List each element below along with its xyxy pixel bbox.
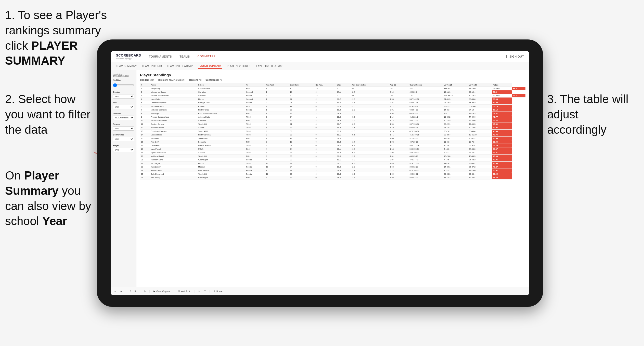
undo-button[interactable]: ↩ — [114, 290, 117, 293]
col-school: School — [197, 83, 245, 87]
table-row[interactable]: 10Jacob Skov OlesenArkansasFifth325268.4… — [140, 119, 525, 122]
sign-out-button[interactable]: Sign out — [509, 54, 524, 59]
table-row[interactable]: 7Nicholas GabrelcikNorth FloridaFourth12… — [140, 108, 525, 112]
grid-button[interactable]: ☷ — [204, 290, 206, 293]
standings-table: # Player School Yr Reg Rank Conf Rank No… — [140, 83, 525, 179]
sub-nav-team-h2h-heatmap[interactable]: TEAM H2H HEATMAP — [167, 64, 193, 68]
table-row[interactable]: 3Michael ThorbjornsenStanfordFourth22142… — [140, 94, 525, 98]
no-rds-slider[interactable] — [113, 83, 134, 87]
region-select[interactable]: N/A — [113, 126, 134, 131]
bottom-toolbar: ↩ ↪ | ⎙ ⎘ | ◴ | ▶ View: Original | 👁 Wat… — [111, 287, 529, 295]
sub-nav-player-summary[interactable]: PLAYER SUMMARY — [198, 63, 222, 69]
year-label: Year — [113, 102, 134, 104]
view-original-button[interactable]: ▶ View: Original — [153, 290, 170, 293]
table-row[interactable]: 20Matthew RiedelVanderbiltFifth665068.5-… — [140, 155, 525, 158]
col-conf-rank: Conf Rank — [289, 83, 314, 87]
instruction-step1: 1. To see a Player's rankings summary cl… — [5, 8, 112, 68]
table-row[interactable]: 4Luke ClatonFloridaSecond127268.2-1.61.9… — [140, 98, 525, 101]
table-row[interactable]: 15Jake HallTennesseeFifth718068.5-1.51.6… — [140, 137, 525, 140]
watch-button[interactable]: 👁 Watch ▼ — [178, 290, 190, 293]
standings-tbody: 1Wenyi DingArizona StateFirst1115167.1-3… — [140, 87, 525, 179]
logo-sub: Powered by clipp — [116, 58, 141, 60]
no-rds-label: No Rds. — [113, 79, 134, 81]
gender-section: Gender Men — [113, 91, 134, 99]
watch-label: Watch — [181, 290, 187, 293]
conference-label: Conference — [113, 134, 134, 136]
table-row[interactable]: 22Ian GilliganFloridaThird1024168.7-0.81… — [140, 162, 525, 165]
table-row[interactable]: 8Mats EgeEast Tennessee StateFifth124268… — [140, 112, 525, 115]
logo: SCOREBOARD Powered by clipp — [116, 53, 141, 60]
col-adj-score: Adj. Score to Par — [351, 83, 389, 87]
table-row[interactable]: 16Alex GoffKentuckyFifth919068.3-1.71.92… — [140, 140, 525, 144]
region-filter: Region: All — [189, 79, 202, 81]
nav-item-tournaments[interactable]: TOURNAMENTS — [149, 54, 172, 59]
division-select[interactable]: NCAA Division I — [113, 116, 134, 120]
table-header: # Player School Yr Reg Rank Conf Rank No… — [140, 83, 525, 87]
division-section: Division NCAA Division I — [113, 112, 134, 120]
sidebar: Update time: 27/03/2024 16:56:26 No Rds.… — [111, 70, 136, 287]
table-row[interactable]: 5Christo LamprechtGeorgia TechFourth2212… — [140, 101, 525, 105]
share-button[interactable]: ⇪ Share — [214, 290, 223, 293]
view-original-label: View: Original — [156, 290, 170, 293]
sub-nav-player-h2h-grid[interactable]: PLAYER H2H GRID — [227, 64, 250, 68]
tablet-screen: SCOREBOARD Powered by clipp TOURNAMENTS … — [111, 51, 529, 295]
table-row[interactable]: 21Taehoon SongWashingtonFourth423169.1-1… — [140, 158, 525, 162]
standings-title: Player Standings — [140, 73, 525, 77]
player-select[interactable]: (All) — [113, 148, 134, 152]
col-wins: Wins — [336, 83, 351, 87]
table-row[interactable]: 9Preston SummerhaysArizona StateThird324… — [140, 115, 525, 119]
table-row[interactable]: 11Gordon SargentVanderbiltThird421068.7-… — [140, 122, 525, 126]
nav-item-committee[interactable]: COMMITTEE — [198, 54, 216, 59]
division-filter: Division: NCAA Division I — [158, 79, 185, 81]
conference-section: Conference (All) — [113, 134, 134, 141]
sub-nav-team-h2h-grid[interactable]: TEAM H2H GRID — [142, 64, 162, 68]
tablet-device: SCOREBOARD Powered by clipp TOURNAMENTS … — [97, 39, 543, 307]
nav-item-teams[interactable]: TEAMS — [179, 54, 190, 59]
col-points: Points — [492, 83, 512, 87]
year-select[interactable]: (All) — [113, 105, 134, 109]
nav-separator: | — [506, 55, 507, 58]
conference-filter: Conference: All — [205, 79, 223, 81]
table-row[interactable]: 24Bastien AmatNew MexicoFourth127269.4-1… — [140, 169, 525, 172]
player-label: Player — [113, 144, 134, 147]
clock-button[interactable]: ◴ — [144, 290, 146, 293]
paste-button[interactable]: ⎘ — [135, 290, 136, 293]
table-row[interactable]: 23Jack LundinMissouriFourth1124068.6-2.3… — [140, 165, 525, 169]
col-overall-record: Overall Record — [408, 83, 443, 87]
copy-button[interactable]: ⎙ — [130, 290, 131, 293]
sub-nav-team-summary[interactable]: TEAM SUMMARY — [116, 64, 137, 68]
table-row[interactable]: 13Phachara KhachonTexas A&MThird630169.0… — [140, 130, 525, 133]
logo-text: SCOREBOARD — [116, 53, 141, 57]
table-row[interactable]: 19Tiger ChristensenArizonaThird523269.2-… — [140, 151, 525, 155]
table-row[interactable]: 18Luke PowellUCLAFirst424069.1-1.81.1350… — [140, 147, 525, 151]
col-no-rds: No. Rds. — [314, 83, 336, 87]
gender-label: Gender — [113, 91, 134, 93]
table-row[interactable]: 26Petr HrubyWashingtonFifth725068.6-1.81… — [140, 176, 525, 179]
gender-select[interactable]: Men — [113, 94, 134, 99]
sub-nav-player-h2h-heatmap[interactable]: PLAYER H2H HEATMAP — [255, 64, 283, 68]
table-row[interactable]: 2Michael Le SassoOle MissSecond118067.1-… — [140, 90, 525, 94]
col-avg-sg: Avg SG — [389, 83, 408, 87]
update-time: Update time: 27/03/2024 16:56:26 — [113, 73, 134, 77]
sub-navigation: TEAM SUMMARY TEAM H2H GRID TEAM H2H HEAT… — [111, 62, 529, 70]
conference-select[interactable]: (All) — [113, 137, 134, 141]
table-row[interactable]: 17David FordNorth CarolinaThird269069.0-… — [140, 144, 525, 147]
region-section: Region N/A — [113, 123, 134, 131]
no-rds-section: No Rds. — [113, 79, 134, 88]
nav-right: | Sign out — [506, 54, 524, 59]
redo-button[interactable]: ↪ — [120, 290, 122, 293]
download-button[interactable]: ⇓ — [198, 290, 200, 293]
division-label: Division — [113, 112, 134, 115]
col-player: Player — [150, 83, 197, 87]
table-row[interactable]: 1Wenyi DingArizona StateFirst1115167.1-3… — [140, 87, 525, 90]
table-row[interactable]: 6Jackson KoivunAuburnFirst217067.3-2.62.… — [140, 105, 525, 108]
share-label: Share — [216, 290, 223, 293]
table-row[interactable]: 12Brendan ValdesAuburnThird537068.4-1.11… — [140, 126, 525, 130]
table-row[interactable]: 14Maxwell FordNorth CarolinaThird323069.… — [140, 133, 525, 137]
filters-row: Gender: Men Division: NCAA Division I Re… — [140, 79, 525, 81]
main-nav-items: TOURNAMENTS TEAMS COMMITTEE — [149, 54, 506, 59]
col-rank: # — [140, 83, 150, 87]
table-row[interactable]: 25Cole SherwoodVanderbiltFourth1223068.3… — [140, 172, 525, 176]
col-yr: Yr — [245, 83, 265, 87]
col-reg-rank: Reg Rank — [265, 83, 289, 87]
